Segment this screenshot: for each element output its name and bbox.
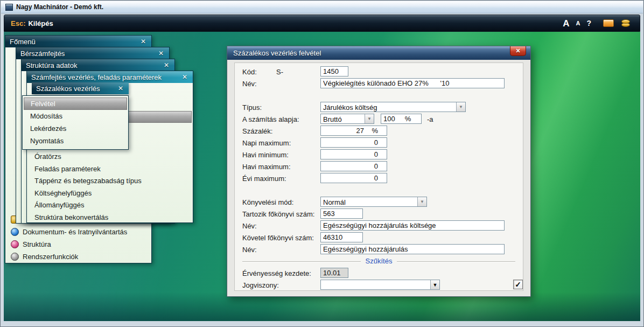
nev3-input[interactable]	[320, 244, 505, 254]
menu-item-struktura-bekonvertalas[interactable]: Struktúra bekonvertálás	[28, 211, 192, 223]
chevron-down-icon[interactable]: ▼	[365, 114, 374, 123]
menu-item-allomanyfugges[interactable]: Állományfüggés	[28, 199, 192, 211]
row-evi-maximum: Évi maximum:	[235, 173, 523, 185]
close-icon[interactable]: ✕	[163, 61, 170, 69]
close-icon[interactable]: ✕	[181, 73, 188, 81]
font-decrease-button[interactable]: A	[576, 20, 580, 26]
struktura-adatok-titlebar[interactable]: Struktúra adatok ✕	[22, 59, 174, 71]
nev1-label: Név:	[242, 80, 257, 88]
close-icon[interactable]: ✕	[117, 85, 124, 92]
menu-item-feladas-parameterek[interactable]: Feladás paraméterek	[28, 163, 192, 175]
tipus-dropdown[interactable]: Járulékos költség ▼	[320, 102, 466, 112]
row-jogviszony: Jogviszony: ▼	[235, 280, 523, 291]
menu-item-felvetel[interactable]: Felvétel	[24, 98, 127, 110]
dialog-close-button[interactable]: ✕	[510, 46, 526, 56]
tartozik-input[interactable]	[320, 208, 363, 219]
window-titlebar: Nagy Machinátor - Demó kft.	[1, 1, 643, 13]
berszamfejtes-title: Bérszámfejtés	[20, 50, 65, 58]
exit-label: Kilépés	[28, 19, 53, 27]
nev3-label: Név:	[242, 246, 257, 254]
row-nev2: Név:	[235, 220, 523, 232]
ervenyesseg-input[interactable]	[320, 268, 348, 278]
tipus-value: Járulékos költség	[323, 103, 455, 112]
dialog-form: Kód: S- Név: Típus: Járulékos költség ▼ …	[234, 62, 523, 291]
coins-icon	[620, 19, 631, 27]
menu-item-koltseghelyfugges[interactable]: Költséghelyfüggés	[28, 187, 192, 199]
tartozik-label: Tartozik főkönyvi szám:	[242, 210, 314, 218]
menu-item-oratorzs[interactable]: Óratörzs	[28, 150, 192, 162]
messages-button[interactable]	[603, 19, 614, 27]
row-napi-maximum: Napi maximum:	[235, 137, 523, 149]
nev2-input[interactable]	[320, 220, 505, 231]
fomenu-item-struktura[interactable]: Struktúra	[6, 238, 150, 251]
szamfejtes-vezerles-titlebar[interactable]: Számfejtés vezérlés, feladás paraméterek…	[27, 71, 193, 83]
fomenu-item-rendszerfunkciok[interactable]: Rendszerfunkciók	[6, 251, 150, 263]
konyvelesi-value: Normál	[323, 198, 416, 206]
menu-item-modositas[interactable]: Módosítás	[24, 110, 127, 122]
documents-icon	[11, 228, 19, 236]
row-tipus: Típus: Járulékos költség ▼	[235, 102, 523, 114]
row-kovetel: Követel főkönyvi szám:	[235, 232, 523, 244]
chevron-down-icon[interactable]: ▼	[456, 102, 465, 112]
nev2-label: Név:	[242, 222, 257, 230]
fomenu-item-dokumentum[interactable]: Dokumentum- és Iratnyilvántartás	[6, 226, 150, 238]
row-konyvelesi-mod: Könyvelési mód: Normál ▼	[235, 197, 523, 208]
berszamfejtes-titlebar[interactable]: Bérszámfejtés ✕	[16, 47, 169, 59]
napi-max-label: Napi maximum:	[242, 139, 291, 147]
window-title: Nagy Machinátor - Demó kft.	[16, 3, 103, 11]
fomenu-titlebar[interactable]: Főmenü ✕	[5, 36, 151, 47]
nev1-input[interactable]	[320, 78, 505, 88]
dialog-title: Százalékos vezérlés felvétel	[233, 49, 321, 57]
main-toolbar: Esc: Kilépés A A ?	[4, 15, 640, 32]
app-window: Nagy Machinátor - Demó kft. Esc: Kilépés…	[0, 0, 644, 327]
close-icon[interactable]: ✕	[139, 38, 147, 45]
alap-suffix: -a	[427, 115, 433, 123]
szamfejtes-vezerles-title: Számfejtés vezérlés, feladás paraméterek	[31, 73, 162, 81]
help-button[interactable]: ?	[586, 19, 591, 27]
confirm-checkbox[interactable]: ✓	[513, 280, 523, 289]
structure-icon	[11, 240, 19, 248]
alap-dropdown[interactable]: Bruttó ▼	[320, 114, 374, 124]
toolbar-right-group: A A ?	[563, 15, 631, 31]
row-havi-maximum: Havi maximum:	[235, 161, 523, 173]
jogviszony-dropdown[interactable]: ▼	[320, 280, 440, 290]
font-increase-button[interactable]: A	[563, 19, 569, 28]
close-icon[interactable]: ✕	[157, 50, 165, 57]
menu-item-nyomtatas[interactable]: Nyomtatás	[24, 135, 127, 147]
dialog-szazalekos-felvetel: Százalékos vezérlés felvétel ✕ Kód: S- N…	[227, 46, 531, 297]
napi-max-input[interactable]	[320, 137, 387, 148]
szukites-label: Szűkítés	[361, 257, 397, 265]
gear-icon	[11, 253, 19, 261]
chevron-down-icon[interactable]: ▼	[417, 197, 426, 206]
kod-input[interactable]	[320, 66, 348, 76]
konyvelesi-dropdown[interactable]: Normál ▼	[320, 197, 427, 207]
alap-percent-input[interactable]	[381, 114, 422, 124]
szazalek-input[interactable]	[320, 126, 387, 136]
fomenu-title: Főmenü	[10, 38, 36, 46]
menu-item-tappenz[interactable]: Táppénz és betegszabadság típus	[28, 175, 192, 186]
fomenu-item-label: Rendszerfunkciók	[23, 253, 78, 261]
kovetel-input[interactable]	[320, 232, 363, 242]
jogviszony-label: Jogviszony:	[242, 281, 279, 289]
kod-label: Kód:	[242, 68, 257, 76]
menu-item-lekerdezes[interactable]: Lekérdezés	[24, 122, 127, 135]
fomenu-item-label: Struktúra	[23, 240, 51, 248]
row-nev3: Név:	[235, 244, 523, 256]
coins-button[interactable]	[620, 19, 631, 27]
row-nev1: Név:	[235, 78, 523, 90]
szazalekos-vezerles-titlebar[interactable]: Százalékos vezérlés ✕	[32, 82, 129, 94]
chevron-down-icon[interactable]: ▼	[430, 280, 439, 289]
struktura-adatok-title: Struktúra adatok	[26, 61, 77, 69]
row-havi-minimum: Havi minimum:	[235, 149, 523, 161]
szazalekos-vezerles-menu: Felvétel Módosítás Lekérdezés Nyomtatás	[22, 95, 129, 150]
kovetel-label: Követel főkönyvi szám:	[242, 234, 314, 242]
dialog-titlebar[interactable]: Százalékos vezérlés felvétel	[227, 46, 530, 60]
exit-button[interactable]: Esc: Kilépés	[11, 15, 53, 31]
evi-max-input[interactable]	[320, 173, 387, 183]
havi-min-input[interactable]	[320, 149, 387, 159]
szazalekos-vezerles-title: Százalékos vezérlés	[36, 85, 100, 93]
envelope-icon	[603, 19, 614, 27]
esc-key-label: Esc:	[11, 19, 25, 27]
ervenyesseg-label: Érvényesség kezdete:	[242, 269, 311, 277]
havi-max-input[interactable]	[320, 161, 387, 171]
